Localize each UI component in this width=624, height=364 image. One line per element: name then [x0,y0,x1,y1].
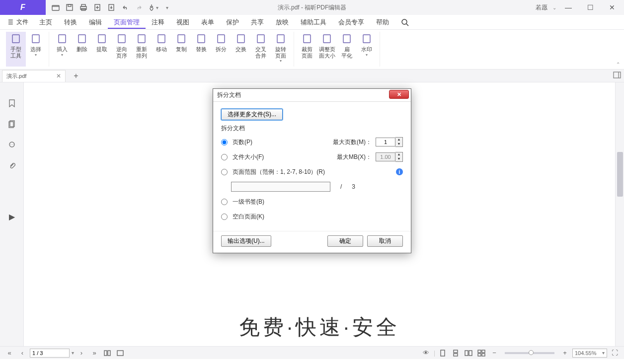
redo-icon[interactable] [133,1,145,13]
option-range-label[interactable]: 页面范围（范例：1, 2-7, 8-10）(R) [233,168,325,176]
menu-帮助[interactable]: 帮助 [370,16,395,29]
ribbon-扁平化[interactable]: 扁 平化 [337,32,357,67]
scrollbar-thumb[interactable] [617,152,623,197]
option-size-radio[interactable] [221,154,228,160]
ribbon-删除[interactable]: 删除 [72,32,92,67]
output-options-button[interactable]: 输出选项(U)... [221,235,271,247]
menu-保护[interactable]: 保护 [220,16,245,29]
option-range-radio[interactable] [221,169,228,175]
ribbon-重新排列[interactable]: 重新 排列 [132,32,152,67]
save-icon[interactable] [64,1,76,13]
touch-mode-icon[interactable]: ▾ [147,1,159,13]
option-bookmark-radio[interactable] [221,199,228,205]
close-tab-icon[interactable]: ✕ [56,73,61,79]
bookmark-icon[interactable] [6,97,18,109]
max-pages-input[interactable] [376,138,395,146]
select-more-files-button[interactable]: 选择更多文件(S)... [221,109,283,120]
new-tab-button[interactable]: + [71,72,81,80]
user-dropdown-icon[interactable]: ⌄ [552,5,556,10]
view-mode-a-icon[interactable] [102,348,113,359]
search-icon[interactable] [399,16,411,28]
ribbon-水印[interactable]: 水印▾ [357,32,377,67]
layout-facing-continuous-icon[interactable] [476,348,487,359]
menu-共享[interactable]: 共享 [245,16,270,29]
panel-toggle-icon[interactable] [613,72,621,80]
option-bookmark-label[interactable]: 一级书签(B) [233,198,264,206]
ok-button[interactable]: 确定 [327,235,363,247]
attachment-icon[interactable] [6,160,18,172]
menu-放映[interactable]: 放映 [270,16,295,29]
layout-single-icon[interactable] [437,348,448,359]
spin-down-icon[interactable]: ▼ [395,142,402,146]
comment-icon[interactable] [6,139,18,151]
ribbon-选择[interactable]: 选择▾ [26,32,46,67]
menu-会员专享[interactable]: 会员专享 [332,16,370,29]
menu-注释[interactable]: 注释 [146,16,170,29]
ribbon-提取[interactable]: 提取 [92,32,112,67]
zoom-in-button[interactable]: + [559,348,570,359]
ribbon-拆分[interactable]: 拆分 [211,32,231,67]
zoom-value[interactable]: 104.55%▾ [572,349,607,358]
ribbon-插入[interactable]: 插入▾ [52,32,72,67]
menu-辅助工具[interactable]: 辅助工具 [295,16,332,29]
option-blank-radio[interactable] [221,214,228,220]
pages-icon[interactable] [6,118,18,130]
dialog-close-button[interactable]: ✕ [389,90,409,99]
open-icon[interactable] [50,1,62,13]
user-name[interactable]: 若愿 [533,3,550,12]
page-export-icon[interactable] [105,1,117,13]
minimize-button[interactable]: — [558,1,578,14]
qat-customize-icon[interactable]: ▾ [161,1,173,13]
file-menu[interactable]: ☰ 文件 [3,16,33,28]
vertical-scrollbar[interactable] [615,82,624,346]
option-pages-radio[interactable] [221,139,228,146]
zoom-slider[interactable] [505,352,554,354]
layout-continuous-icon[interactable] [450,348,461,359]
menu-主页[interactable]: 主页 [33,16,58,29]
spin-down-icon[interactable]: ▼ [395,157,402,161]
ribbon-裁剪页面[interactable]: 裁剪 页面 [297,32,317,67]
ribbon-调整页面大小[interactable]: 调整页 面大小 [317,32,337,67]
ribbon-复制[interactable]: 复制 [171,32,191,67]
layout-facing-icon[interactable] [463,348,474,359]
print-icon[interactable] [78,1,89,13]
option-pages-label[interactable]: 页数(P) [233,138,252,146]
page-dropdown-icon[interactable]: ▾ [72,350,74,356]
info-icon[interactable]: i [396,168,403,175]
dialog-title-bar[interactable]: 拆分文档 ✕ [213,89,411,102]
menu-视图[interactable]: 视图 [170,16,195,29]
zoom-out-button[interactable]: − [489,348,500,359]
collapse-ribbon-icon[interactable]: ⌃ [616,62,620,67]
menu-页面管理[interactable]: 页面管理 [108,16,146,29]
ribbon-移动[interactable]: 移动 [152,32,171,67]
menu-表单[interactable]: 表单 [195,16,220,29]
first-page-button[interactable]: « [4,348,15,359]
last-page-button[interactable]: » [89,348,100,359]
view-mode-b-icon[interactable] [115,348,126,359]
prev-page-button[interactable]: ‹ [17,348,28,359]
page-number-input[interactable] [30,349,70,358]
ribbon-替换[interactable]: 替换 [191,32,211,67]
option-blank-label[interactable]: 空白页面(K) [233,213,264,221]
ribbon-逆向页序[interactable]: 逆向 页序 [112,32,132,67]
ribbon-交叉合并[interactable]: 交叉 合并 [251,32,271,67]
menu-编辑[interactable]: 编辑 [83,16,108,29]
undo-icon[interactable] [119,1,131,13]
zoom-slider-knob[interactable] [529,350,534,355]
option-size-label[interactable]: 文件大小(F) [233,153,264,161]
fullscreen-icon[interactable]: ⛶ [609,348,620,359]
ribbon-旋转页面[interactable]: 旋转 页面▾ [271,32,291,67]
reading-mode-icon[interactable]: 👁 [421,348,432,359]
close-button[interactable]: ✕ [602,1,622,14]
expand-sidebar-icon[interactable]: ▶ [6,211,18,222]
document-tab[interactable]: 演示.pdf ✕ [2,70,66,82]
page-add-icon[interactable] [91,1,103,13]
maximize-button[interactable]: ☐ [580,1,600,14]
spin-up-icon[interactable]: ▲ [395,138,402,142]
ribbon-手型工具[interactable]: 手型 工具 [6,32,26,67]
ribbon-交换[interactable]: 交换 [231,32,251,67]
spin-up-icon[interactable]: ▲ [395,152,402,157]
cancel-button[interactable]: 取消 [367,235,403,247]
menu-转换[interactable]: 转换 [58,16,83,29]
next-page-button[interactable]: › [76,348,87,359]
